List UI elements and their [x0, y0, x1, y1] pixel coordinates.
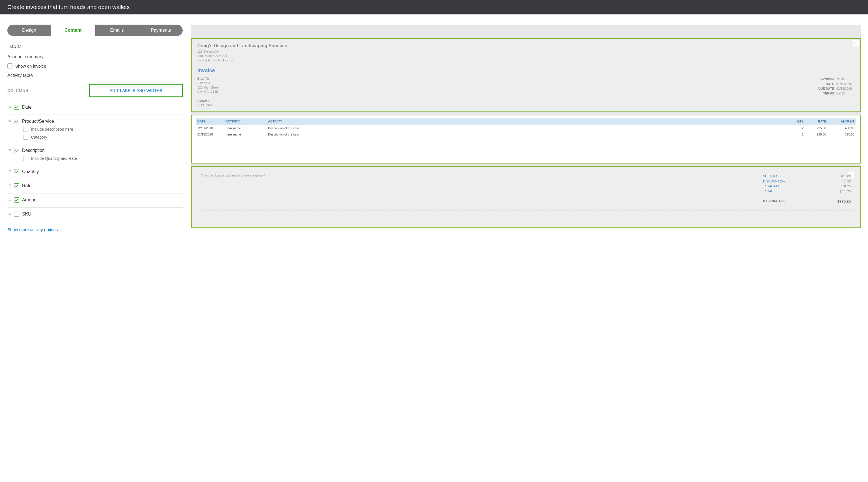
drag-handle-icon[interactable]: [7, 183, 11, 189]
svg-point-14: [10, 149, 11, 150]
svg-point-12: [8, 149, 8, 150]
crew-value: CUSTOM-1: [197, 103, 855, 107]
column-checkbox[interactable]: [14, 148, 19, 153]
sub-option-checkbox[interactable]: [23, 134, 28, 140]
svg-point-18: [8, 170, 8, 171]
drag-handle-icon[interactable]: [7, 148, 11, 154]
show-on-invoice-label: Show on invoice: [15, 64, 46, 68]
svg-point-13: [9, 149, 10, 150]
page-title: Create invoices that turn heads and open…: [7, 4, 130, 10]
preview-line-items-section[interactable]: DATE ACTIVITY ACTIVITY QTY RATE AMOUNT 1…: [191, 115, 861, 163]
line-item-row: 01/12/2016Item nameDescription of the it…: [196, 131, 856, 138]
drag-handle-icon[interactable]: [7, 169, 11, 175]
svg-point-2: [10, 106, 11, 107]
column-name-label: Quantity: [22, 169, 39, 174]
column-sub-option: Include Quantity and Rate: [14, 156, 183, 161]
preview-footer-section[interactable]: Thank you for your business and have a g…: [191, 166, 861, 228]
bill-to-name: Smith Co.: [197, 81, 219, 85]
line-items-header: DATE ACTIVITY ACTIVITY QTY RATE AMOUNT: [196, 118, 856, 125]
company-name: Craig's Design and Landscaping Services: [197, 43, 855, 49]
svg-point-6: [8, 120, 8, 121]
tab-emails[interactable]: Emails: [95, 25, 139, 36]
svg-point-8: [10, 120, 11, 121]
svg-point-16: [9, 150, 10, 151]
column-checkbox[interactable]: [14, 212, 19, 217]
svg-point-9: [8, 121, 8, 122]
thank-you-message: Thank you for your business and have a g…: [201, 174, 265, 207]
column-checkbox[interactable]: [14, 198, 19, 203]
column-item: Product/ServiceInclude description hereC…: [7, 115, 183, 144]
column-checkbox[interactable]: [14, 183, 19, 188]
preview-header-section[interactable]: Craig's Design and Landscaping Services …: [191, 38, 861, 112]
drag-handle-icon[interactable]: [7, 119, 11, 125]
column-name-label: Description: [22, 148, 45, 153]
svg-point-7: [9, 120, 10, 121]
svg-point-10: [9, 121, 10, 122]
svg-point-5: [10, 107, 11, 108]
page-header: Create invoices that turn heads and open…: [0, 0, 868, 14]
tab-payments[interactable]: Payments: [139, 25, 183, 36]
activity-table-title: Activity table: [7, 73, 183, 78]
svg-point-35: [10, 200, 11, 201]
column-name-label: SKU: [22, 212, 31, 217]
column-name-label: Product/Service: [22, 119, 54, 124]
edit-labels-button[interactable]: EDIT LABELS AND WIDTHS: [89, 84, 183, 97]
tab-design[interactable]: Design: [7, 25, 51, 36]
svg-point-27: [8, 186, 8, 187]
company-addr2: San Pablo, CA 87999: [197, 54, 855, 58]
column-checkbox[interactable]: [14, 119, 19, 124]
svg-point-19: [9, 170, 10, 171]
svg-point-26: [10, 184, 11, 185]
show-on-invoice-checkbox[interactable]: [7, 63, 12, 68]
section-table-title: Table: [7, 43, 183, 49]
svg-point-24: [8, 184, 8, 185]
columns-label: COLUMNS: [7, 88, 28, 93]
svg-point-29: [10, 186, 11, 187]
account-summary-title: Account summary: [7, 54, 183, 59]
column-item: SKU: [7, 208, 183, 221]
svg-point-20: [10, 170, 11, 171]
preview-panel: Craig's Design and Landscaping Services …: [191, 25, 861, 232]
pencil-icon: [854, 41, 858, 45]
sub-option-checkbox[interactable]: [23, 127, 28, 132]
svg-point-17: [10, 150, 11, 151]
svg-point-38: [10, 213, 11, 214]
svg-point-33: [8, 200, 8, 201]
svg-point-23: [10, 172, 11, 173]
sub-option-checkbox[interactable]: [23, 156, 28, 161]
invoice-title: Invoice: [197, 68, 855, 73]
column-item: DescriptionInclude Quantity and Rate: [7, 144, 183, 165]
svg-point-39: [8, 214, 8, 215]
svg-point-31: [9, 199, 10, 200]
edit-header-button[interactable]: [853, 40, 859, 46]
svg-point-11: [10, 121, 11, 122]
drag-handle-icon[interactable]: [7, 198, 11, 203]
svg-point-3: [8, 107, 8, 108]
column-name-label: Amount: [22, 198, 38, 203]
svg-point-21: [8, 172, 8, 173]
column-checkbox[interactable]: [14, 105, 19, 110]
column-item: Amount: [7, 193, 183, 208]
svg-point-40: [9, 214, 10, 215]
drag-handle-icon[interactable]: [7, 105, 11, 111]
company-addr1: 123 Sierra Way: [197, 50, 855, 54]
svg-point-22: [9, 172, 10, 173]
svg-point-4: [9, 107, 10, 108]
column-item: Rate: [7, 179, 183, 193]
invoice-meta: INVOICE#12345 DATE01/12/2016 DUE DATE02/…: [811, 77, 855, 96]
sub-option-label: Category: [31, 135, 47, 140]
column-sub-option: Category: [14, 134, 183, 140]
company-email: noreply@quickbooks.com: [197, 58, 855, 62]
totals-block: SUBTOTAL675.00 DISCOUNT 2%-13.50 TOTAL T…: [763, 174, 851, 207]
drag-handle-icon[interactable]: [7, 212, 11, 217]
column-sub-option: Include description here: [14, 127, 183, 132]
sub-option-label: Include description here: [31, 127, 73, 131]
svg-point-34: [9, 200, 10, 201]
column-item: Date: [7, 101, 183, 115]
show-more-link[interactable]: Show more activity options: [7, 227, 58, 232]
tab-content[interactable]: Content: [51, 25, 95, 36]
tab-bar: Design Content Emails Payments: [7, 25, 183, 36]
svg-point-1: [9, 106, 10, 107]
svg-point-28: [9, 186, 10, 187]
column-checkbox[interactable]: [14, 169, 19, 174]
